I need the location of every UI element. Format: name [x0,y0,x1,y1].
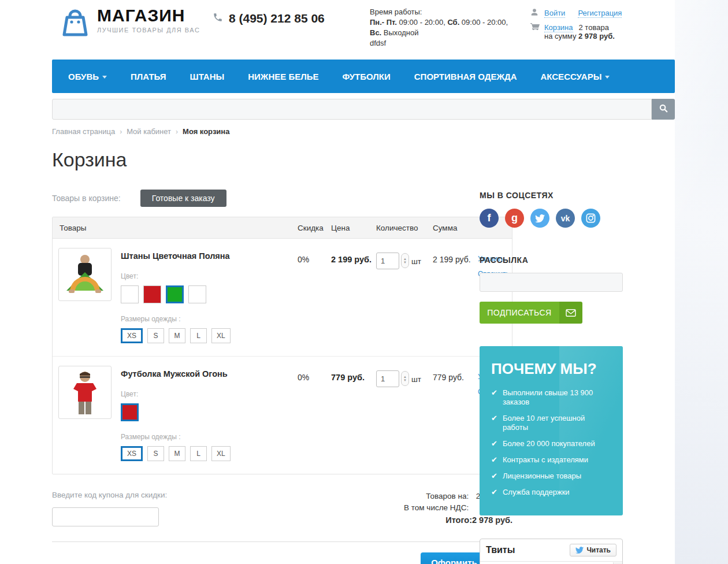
cart-items-label: Товары в корзине: [52,194,121,203]
header-phone: 8 (495) 212 85 06 [213,12,325,25]
tweets-title: Твиты [486,545,515,555]
color-swatch-white[interactable] [188,285,206,303]
facebook-icon[interactable]: f [480,209,499,228]
sum-value: 779 руб. [433,366,478,461]
check-icon: ✔ [491,388,497,407]
unit-label: шт [411,370,421,384]
sizes-label: Размеры одежды : [121,433,235,441]
logo-title: МАГАЗИН [97,6,200,25]
check-icon: ✔ [491,455,497,465]
cart-link[interactable]: Корзина [544,23,573,32]
register-link[interactable]: Регистрация [578,9,622,18]
tab-ready-to-order[interactable]: Готовые к заказу [140,190,226,207]
color-swatch-green-selected[interactable] [166,285,184,303]
login-link[interactable]: Войти [544,9,565,18]
color-swatch-red-selected[interactable] [121,403,139,421]
quantity-stepper[interactable]: ▲▼ [401,371,409,386]
hours-extra-text: dfdsf [370,38,520,49]
nav-item-accessories[interactable]: АКСЕССУАРЫ [541,72,610,81]
quantity-input[interactable] [376,370,399,387]
hours-sun-label: Вс. [370,28,381,37]
quantity-input[interactable] [376,253,399,269]
envelope-icon [559,302,582,324]
cart-sum: 2 978 руб. [578,32,615,40]
twitter-follow-button[interactable]: Читать [570,544,616,556]
nav-item-tshirts[interactable]: ФУТБОЛКИ [343,72,391,81]
color-label: Цвет: [121,272,235,280]
check-icon: ✔ [491,439,497,448]
col-header-products: Товары [53,224,298,232]
size-option-xl[interactable]: XL [211,446,231,461]
nav-item-dresses[interactable]: ПЛАТЬЯ [131,72,166,81]
hours-weekdays-label: Пн.- Пт. [370,18,397,27]
quantity-stepper[interactable]: ▲▼ [401,253,409,268]
social-title: МЫ В СОЦСЕТЯХ [480,191,623,200]
size-option-l[interactable]: L [190,328,207,343]
product-name[interactable]: Футболка Мужской Огонь [121,366,235,379]
color-label: Цвет: [121,390,235,398]
size-option-s[interactable]: S [147,446,164,461]
nav-item-sportswear[interactable]: СПОРТИВНАЯ ОДЕЖДА [414,72,517,81]
divider [52,541,512,542]
phone-number[interactable]: 8 (495) 212 85 06 [229,12,325,25]
why-us-item: Контракты с издателями [503,455,588,465]
nav-item-underwear[interactable]: НИЖНЕЕ БЕЛЬЕ [248,72,318,81]
coupon-input[interactable] [52,507,159,526]
product-name[interactable]: Штаны Цветочная Поляна [121,248,235,261]
why-us-title: ПОЧЕМУ МЫ? [491,360,612,378]
breadcrumb-account[interactable]: Мой кабинет [127,127,171,136]
subscribe-button[interactable]: ПОДПИСАТЬСЯ [480,302,582,324]
hours-sat-time: 09:00 - 20:00, [459,18,508,27]
hours-sat-label: Сб. [447,18,459,27]
breadcrumb-home[interactable]: Главная страница [52,127,115,136]
cart-table: Товары Скидка Цена Количество Сумма [52,217,512,474]
newsletter-title: РАССЫЛКА [480,255,623,265]
size-option-xl[interactable]: XL [211,328,231,343]
sum-value: 2 199 руб. [433,248,478,343]
coupon-label: Введите код купона для скидки: [52,491,167,499]
newsletter-email-input[interactable] [480,273,623,292]
cart-row-pants: Штаны Цветочная Поляна Цвет: Размеры оде… [53,239,512,356]
col-header-discount: Скидка [298,224,331,232]
instagram-icon[interactable] [581,209,600,228]
phone-icon [213,12,223,25]
size-option-l[interactable]: L [190,446,207,461]
logo-tagline: ЛУЧШИЕ ТОВАРЫ ДЛЯ ВАС [97,27,200,34]
discount-value: 0% [298,248,331,343]
google-plus-icon[interactable]: g [505,209,524,228]
cart-table-header: Товары Скидка Цена Количество Сумма [53,217,512,239]
main-nav: ОБУВЬ ПЛАТЬЯ ШТАНЫ НИЖНЕЕ БЕЛЬЕ ФУТБОЛКИ… [52,60,675,93]
twitter-icon[interactable] [530,209,549,228]
nav-item-pants[interactable]: ШТАНЫ [190,72,225,81]
discount-value: 0% [298,366,331,461]
chevron-down-icon [102,76,107,79]
vk-icon[interactable]: vk [556,209,575,228]
size-option-s[interactable]: S [147,328,164,343]
color-swatch-red[interactable] [143,285,161,303]
size-option-xs-selected[interactable]: XS [121,328,143,343]
search-input[interactable] [52,99,652,120]
why-us-item: Служба поддержки [503,488,570,497]
why-us-item: Лицензионные товары [503,472,581,481]
store-logo[interactable]: МАГАЗИН ЛУЧШИЕ ТОВАРЫ ДЛЯ ВАС [61,6,200,40]
search-icon [659,103,668,115]
cart-row-tshirt: Футболка Мужской Огонь Цвет: Размеры оде… [53,356,512,474]
search-button[interactable] [652,99,675,120]
color-swatch-white[interactable] [121,285,139,303]
chevron-down-icon [605,76,610,79]
product-photo[interactable] [58,248,112,301]
size-option-xs-selected[interactable]: XS [121,446,143,461]
nav-item-shoes[interactable]: ОБУВЬ [68,72,107,81]
sizes-label: Размеры одежды : [121,315,235,323]
hours-weekdays-time: 09:00 - 20:00, [397,18,447,27]
col-header-price: Цена [331,224,376,232]
shopping-bag-icon [61,6,89,40]
cart-count: 2 товара [579,23,609,32]
hours-sun-value: Выходной [381,28,418,37]
col-header-quantity: Количество [376,224,433,232]
product-photo[interactable] [58,366,112,419]
background-pattern [675,0,728,564]
size-option-m[interactable]: M [169,446,185,461]
cart-sum-prefix: на сумму [544,32,578,40]
size-option-m[interactable]: M [169,328,185,343]
